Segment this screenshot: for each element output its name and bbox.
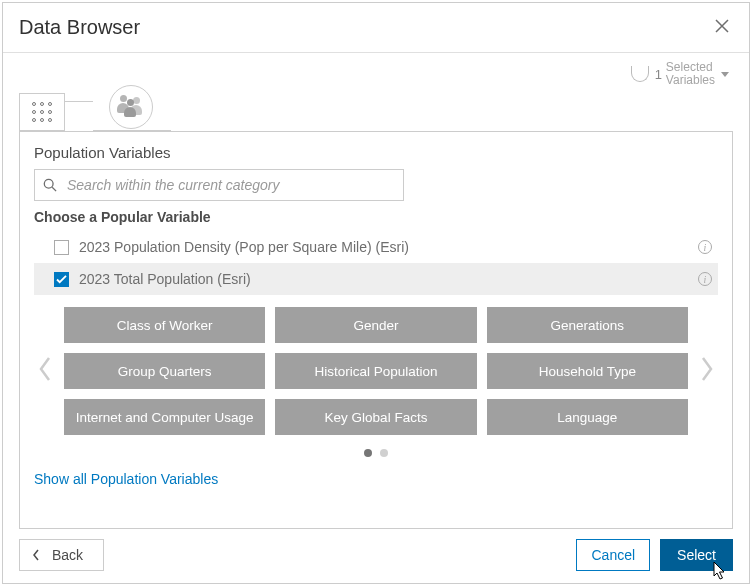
subcategory-tile[interactable]: Class of Worker xyxy=(64,307,265,343)
section-title: Population Variables xyxy=(34,144,718,161)
subcategory-tile[interactable]: Key Global Facts xyxy=(275,399,476,435)
svg-line-1 xyxy=(52,188,56,192)
chevron-right-icon xyxy=(700,356,714,382)
pager-dot-2[interactable] xyxy=(380,449,388,457)
svg-point-0 xyxy=(44,180,53,189)
variable-row[interactable]: 2023 Total Population (Esri) i xyxy=(34,263,718,295)
variable-checkbox[interactable] xyxy=(54,272,69,287)
variable-label: 2023 Population Density (Pop per Square … xyxy=(79,239,688,255)
dialog-footer: Back Cancel Select xyxy=(3,529,749,583)
prev-page-button[interactable] xyxy=(34,352,56,390)
show-all-link[interactable]: Show all Population Variables xyxy=(34,471,218,487)
selected-variables-button[interactable]: 1 Selected Variables xyxy=(631,61,729,87)
info-icon[interactable]: i xyxy=(698,272,712,286)
subcategory-tile[interactable]: Group Quarters xyxy=(64,353,265,389)
subcategory-tile[interactable]: Historical Population xyxy=(275,353,476,389)
close-icon xyxy=(715,19,729,33)
grid-icon xyxy=(32,102,53,123)
chevron-left-icon xyxy=(32,549,40,561)
dialog-title: Data Browser xyxy=(19,16,140,39)
dialog-header: Data Browser xyxy=(3,3,749,53)
pager-dot-1[interactable] xyxy=(364,449,372,457)
population-category-icon[interactable] xyxy=(109,85,153,129)
breadcrumb-nav xyxy=(3,89,749,131)
chevron-left-icon xyxy=(38,356,52,382)
current-category-node xyxy=(93,89,171,131)
nav-connector xyxy=(65,101,93,102)
subcategory-tile[interactable]: Generations xyxy=(487,307,688,343)
selected-variables-label: Selected Variables xyxy=(666,61,715,87)
popular-variable-heading: Choose a Popular Variable xyxy=(34,209,718,225)
subcategory-grid: Class of Worker Gender Generations Group… xyxy=(64,307,688,435)
next-page-button[interactable] xyxy=(696,352,718,390)
variable-row[interactable]: 2023 Population Density (Pop per Square … xyxy=(34,231,718,263)
search-input[interactable] xyxy=(65,176,395,194)
people-icon xyxy=(118,95,144,119)
search-icon xyxy=(43,178,57,192)
info-icon[interactable]: i xyxy=(698,240,712,254)
subcategory-tile[interactable]: Household Type xyxy=(487,353,688,389)
data-browser-dialog: Data Browser 1 Selected Variables xyxy=(2,2,750,584)
subcategory-tile[interactable]: Internet and Computer Usage xyxy=(64,399,265,435)
top-bar: 1 Selected Variables xyxy=(3,53,749,91)
search-field[interactable] xyxy=(34,169,404,201)
back-button[interactable]: Back xyxy=(19,539,104,571)
select-button[interactable]: Select xyxy=(660,539,733,571)
subcategory-tile[interactable]: Language xyxy=(487,399,688,435)
subcategory-area: Class of Worker Gender Generations Group… xyxy=(34,307,718,435)
check-icon xyxy=(56,275,67,284)
variable-label: 2023 Total Population (Esri) xyxy=(79,271,688,287)
variable-checkbox[interactable] xyxy=(54,240,69,255)
pager xyxy=(34,449,718,457)
subcategory-tile[interactable]: Gender xyxy=(275,307,476,343)
basket-icon xyxy=(631,66,649,82)
selected-count: 1 xyxy=(655,67,662,82)
back-label: Back xyxy=(52,547,83,563)
chevron-down-icon xyxy=(721,72,729,77)
cancel-button[interactable]: Cancel xyxy=(576,539,650,571)
category-grid-button[interactable] xyxy=(19,93,65,131)
close-button[interactable] xyxy=(711,13,733,42)
content-panel: Population Variables Choose a Popular Va… xyxy=(19,131,733,529)
